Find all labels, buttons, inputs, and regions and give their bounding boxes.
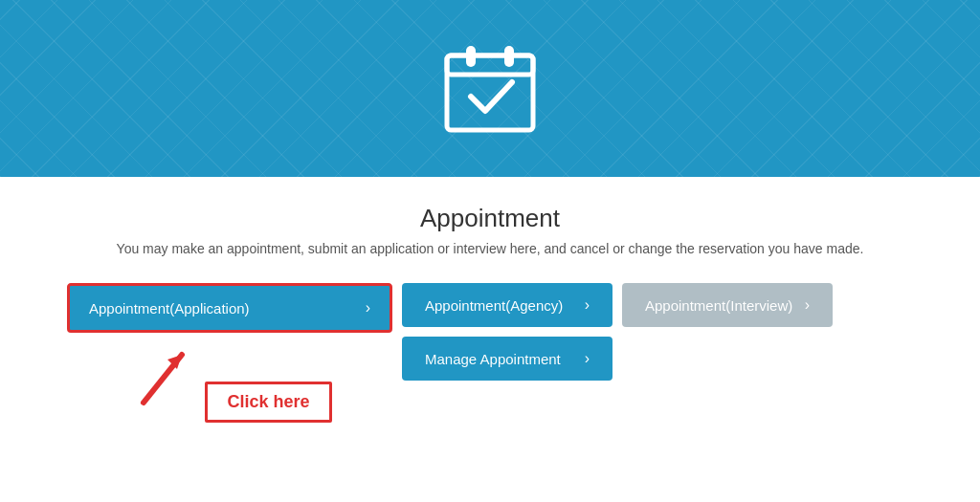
appointment-agency-label: Appointment(Agency) xyxy=(425,297,563,314)
buttons-section: Appointment(Application) › Click here Ap… xyxy=(38,283,942,423)
manage-appointment-chevron: › xyxy=(585,350,590,367)
top-row: Appointment(Agency) › Appointment(Interv… xyxy=(402,283,833,327)
svg-rect-1 xyxy=(447,55,533,75)
click-annotation: Click here xyxy=(67,340,332,423)
arrow-icon xyxy=(124,340,201,407)
appointment-application-label: Appointment(Application) xyxy=(89,300,250,316)
appointment-application-chevron: › xyxy=(366,299,370,316)
header-banner xyxy=(0,0,980,177)
svg-rect-2 xyxy=(466,46,476,67)
page-description: You may make an appointment, submit an a… xyxy=(38,241,942,256)
appointment-application-button[interactable]: Appointment(Application) › xyxy=(67,283,392,333)
appointment-interview-button[interactable]: Appointment(Interview) › xyxy=(622,283,833,327)
svg-rect-3 xyxy=(504,46,514,67)
right-buttons: Appointment(Agency) › Appointment(Interv… xyxy=(402,283,833,381)
manage-appointment-label: Manage Appointment xyxy=(425,351,561,367)
svg-rect-0 xyxy=(447,55,533,130)
appointment-interview-label: Appointment(Interview) xyxy=(645,297,792,314)
appointment-agency-chevron: › xyxy=(585,296,590,314)
appointment-agency-button[interactable]: Appointment(Agency) › xyxy=(402,283,612,327)
content-area: Appointment You may make an appointment,… xyxy=(0,177,980,442)
left-annotation: Appointment(Application) › Click here xyxy=(38,283,402,423)
calendar-icon xyxy=(437,34,543,143)
appointment-interview-chevron: › xyxy=(805,296,810,314)
manage-appointment-button[interactable]: Manage Appointment › xyxy=(402,337,612,381)
bottom-row: Manage Appointment › xyxy=(402,337,833,381)
click-here-label: Click here xyxy=(205,382,331,423)
page-title: Appointment xyxy=(38,204,942,233)
